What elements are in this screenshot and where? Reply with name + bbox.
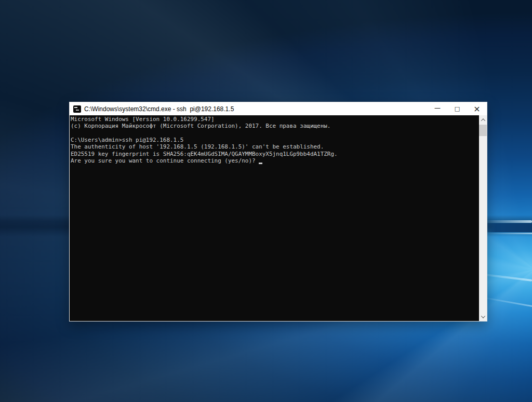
scrollbar-up-button[interactable]	[479, 115, 487, 124]
scrollbar[interactable]	[479, 115, 487, 321]
close-icon: ×	[473, 104, 480, 114]
minimize-icon: —	[434, 105, 441, 111]
terminal-line: (c) Корпорация Майкрософт (Microsoft Cor…	[71, 123, 479, 129]
terminal-cursor	[259, 158, 262, 164]
cmd-window: C:\Windows\system32\cmd.exe - ssh pi@192…	[69, 102, 487, 321]
cmd-icon	[73, 105, 81, 113]
close-button[interactable]: ×	[467, 102, 487, 115]
terminal-line: Are you sure you want to continue connec…	[71, 157, 479, 164]
terminal-line	[71, 130, 479, 137]
maximize-icon: □	[455, 105, 460, 112]
wallpaper-logo-gap-band	[480, 223, 532, 232]
console-area[interactable]: Microsoft Windows [Version 10.0.16299.54…	[70, 115, 487, 321]
terminal-output: Microsoft Windows [Version 10.0.16299.54…	[70, 115, 479, 321]
window-controls: — □ ×	[428, 102, 487, 115]
chevron-down-icon	[481, 314, 485, 318]
minimize-button[interactable]: —	[428, 102, 447, 115]
scrollbar-thumb[interactable]	[479, 125, 487, 136]
window-title: C:\Windows\system32\cmd.exe - ssh pi@192…	[84, 105, 428, 113]
terminal-line: Microsoft Windows [Version 10.0.16299.54…	[71, 116, 479, 123]
terminal-line: The authenticity of host '192.168.1.5 (1…	[71, 143, 479, 150]
scrollbar-down-button[interactable]	[479, 312, 487, 321]
chevron-up-icon	[481, 118, 485, 123]
terminal-line: C:\Users\admin>ssh pi@192.168.1.5	[71, 137, 479, 143]
terminal-line: ED25519 key fingerprint is SHA256:qEK4mU…	[71, 151, 479, 157]
window-titlebar[interactable]: C:\Windows\system32\cmd.exe - ssh pi@192…	[70, 102, 487, 115]
maximize-button[interactable]: □	[447, 102, 467, 115]
